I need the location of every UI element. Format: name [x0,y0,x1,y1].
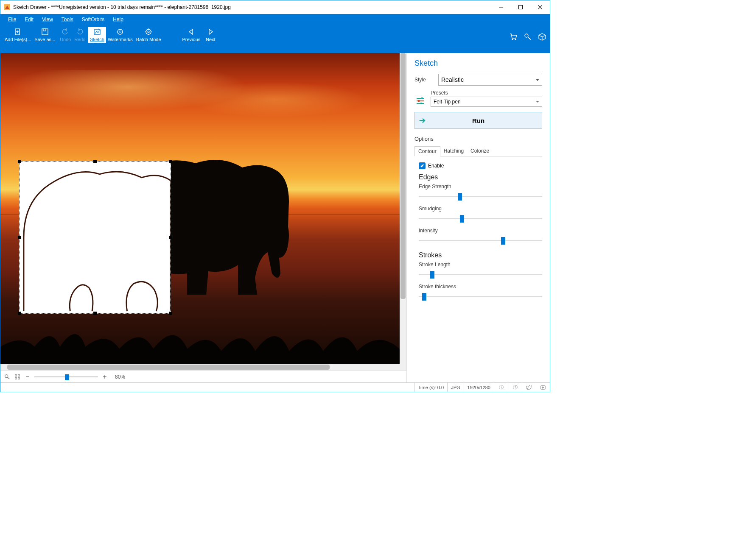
edge-strength-label: Edge Strength [419,184,542,190]
batch-mode-button[interactable]: Batch Mode [134,27,163,43]
vertical-scrollbar[interactable] [400,53,406,364]
selection-handle[interactable] [169,236,172,239]
menu-softorbits[interactable]: SoftOrbits [78,15,109,24]
facebook-icon[interactable]: ⓕ [512,384,518,391]
menu-view[interactable]: View [38,15,57,24]
svg-rect-25 [18,374,20,376]
menu-file[interactable]: File [4,15,20,24]
options-tabs: Contour Hatching Colorize [414,146,542,156]
svg-text:©: © [119,30,121,34]
svg-point-14 [148,31,149,33]
selection-handle[interactable] [93,312,97,315]
status-time: Time (s): 0.0 [414,383,447,392]
presets-label: Presets [431,90,542,96]
enable-label: Enable [428,163,444,169]
tab-hatching[interactable]: Hatching [440,146,467,156]
minimize-button[interactable] [491,0,511,14]
stroke-length-slider[interactable] [419,269,542,279]
presets-settings-icon[interactable] [414,95,426,107]
grass-silhouette [0,309,400,364]
package-icon[interactable] [538,33,546,41]
chevron-down-icon [536,79,539,81]
intensity-slider[interactable] [419,235,542,245]
intensity-label: Intensity [419,228,542,234]
selection-handle[interactable] [169,312,172,315]
toolbar: Add File(s)... Save as... Undo Redo Sket… [0,25,550,53]
enable-checkbox[interactable] [419,162,426,169]
selection-handle[interactable] [18,160,21,163]
svg-rect-26 [15,377,17,379]
svg-point-20 [515,39,516,40]
chevron-down-icon [536,101,539,103]
sketch-tab-button[interactable]: Sketch [88,27,106,43]
side-panel: Sketch Style Realistic Presets Felt-Tip … [406,53,550,382]
menu-edit[interactable]: Edit [20,15,38,24]
key-icon[interactable] [524,33,532,41]
status-format: JPG [447,383,463,392]
previous-button[interactable]: Previous [181,27,202,43]
zoom-fit-icon[interactable] [14,374,21,380]
menu-bar: File Edit View Tools SoftOrbits Help [0,14,550,25]
app-icon [4,4,11,11]
arrow-right-icon: ➔ [419,116,426,125]
add-files-button[interactable]: Add File(s)... [3,27,33,43]
svg-point-22 [5,374,8,377]
save-as-button[interactable]: Save as... [33,27,57,43]
svg-rect-24 [15,374,17,376]
canvas-pane: − + 80% [0,53,406,382]
tab-contour[interactable]: Contour [414,146,440,156]
svg-rect-31 [421,98,423,99]
maximize-button[interactable] [511,0,530,14]
sketch-outline [20,162,171,313]
run-button[interactable]: ➔ Run [414,112,542,129]
zoom-actual-icon[interactable] [4,374,11,380]
stroke-thickness-label: Stroke thickness [419,284,542,290]
sketch-preview-selection[interactable] [19,161,171,314]
svg-rect-8 [42,29,48,35]
style-select[interactable]: Realistic [438,74,542,86]
selection-handle[interactable] [93,160,97,163]
zoom-bar: − + 80% [0,371,406,382]
selection-handle[interactable] [169,160,172,163]
stroke-thickness-slider[interactable] [419,291,542,301]
menu-tools[interactable]: Tools [57,15,78,24]
zoom-out-icon[interactable]: − [24,374,31,380]
edges-heading: Edges [419,173,542,181]
options-label: Options [414,136,542,142]
svg-point-13 [146,29,151,34]
redo-button: Redo [71,27,88,43]
title-bar: Sketch Drawer - ****Unregistered version… [0,0,550,14]
svg-rect-27 [18,377,20,379]
watermarks-tab-button[interactable]: © Watermarks [106,27,134,43]
smudging-label: Smudging [419,206,542,212]
style-label: Style [414,77,438,83]
canvas-view[interactable] [0,53,406,364]
close-button[interactable] [530,0,550,14]
svg-point-21 [525,34,528,37]
zoom-slider[interactable] [34,374,98,380]
next-button[interactable]: Next [202,27,219,43]
selection-handle[interactable] [18,312,21,315]
preset-select[interactable]: Felt-Tip pen [431,97,542,107]
svg-rect-2 [519,6,523,9]
stroke-length-label: Stroke Length [419,262,542,268]
svg-line-23 [8,377,9,379]
selection-handle[interactable] [18,236,21,239]
status-dimensions: 1920x1280 [464,383,494,392]
smudging-slider[interactable] [419,213,542,223]
svg-rect-32 [418,100,420,102]
twitter-icon[interactable] [526,384,532,391]
svg-rect-9 [43,29,46,31]
menu-help[interactable]: Help [109,15,128,24]
tab-colorize[interactable]: Colorize [467,146,493,156]
info-icon[interactable]: ⓘ [498,384,504,391]
horizontal-scrollbar[interactable] [0,364,406,371]
strokes-heading: Strokes [419,251,542,259]
cart-icon[interactable] [509,33,518,41]
edge-strength-slider[interactable] [419,191,542,201]
youtube-icon[interactable] [540,384,546,391]
zoom-in-icon[interactable]: + [101,374,108,380]
zoom-value: 80% [115,374,125,380]
svg-point-19 [512,39,513,40]
svg-rect-33 [420,103,422,104]
